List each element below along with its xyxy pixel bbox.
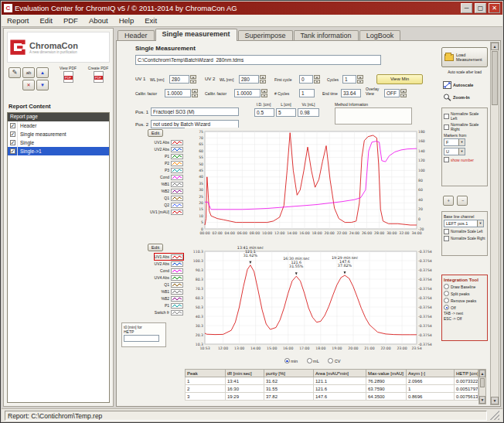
create-pdf-button[interactable]: Create PDF PDF — [84, 66, 112, 83]
close-button[interactable]: ✕ — [489, 3, 500, 13]
table-row[interactable]: 113:4131.62121.176.28902.09660.0073322 — [186, 377, 478, 385]
legend-item[interactable]: %B1 — [161, 288, 183, 295]
spinner-up-icon[interactable] — [261, 89, 267, 93]
calibr-factor-1-spinner[interactable] — [192, 89, 198, 97]
load-measurement-button[interactable]: Load Measurement — [441, 47, 488, 67]
report-list-item[interactable]: Single — [8, 138, 109, 147]
overlay-view-spinner[interactable] — [400, 89, 407, 97]
maximize-button[interactable]: ▢ — [475, 3, 486, 13]
legend-item[interactable]: Q2 — [164, 202, 183, 208]
integration-option[interactable]: Draw Baseline — [444, 284, 485, 289]
spinner-up-icon[interactable] — [314, 75, 320, 79]
spinner-down-icon[interactable] — [260, 80, 266, 84]
spinner-down-icon[interactable] — [400, 94, 407, 97]
spinner-down-icon[interactable] — [190, 80, 196, 84]
unit-radio-option[interactable]: CV — [328, 359, 340, 363]
legend-item[interactable]: UV1 [mAU] — [150, 209, 183, 215]
end-time-input[interactable] — [341, 89, 361, 97]
view-min-button[interactable]: View Min — [376, 74, 423, 84]
peaks-table-header-cell[interactable]: HETP [cm] — [455, 370, 478, 377]
menu-item[interactable]: PDF — [58, 15, 83, 26]
checkbox-icon[interactable] — [444, 125, 449, 130]
move-down-button[interactable]: ▼ — [36, 80, 49, 90]
peaks-table-header-cell[interactable]: tR [min:sec] — [226, 370, 264, 377]
uv1-wavelength-input[interactable] — [169, 75, 189, 84]
radio-icon[interactable] — [444, 298, 449, 303]
spinner-down-icon[interactable] — [192, 94, 198, 97]
legend-item[interactable]: %B2 — [161, 295, 183, 302]
normalize-right-row[interactable]: Normalize Scale Right — [444, 122, 485, 131]
rename-button[interactable]: ab — [22, 67, 35, 78]
checkbox-icon[interactable] — [444, 236, 449, 241]
tab[interactable]: Header — [117, 30, 155, 41]
item-checkbox[interactable] — [10, 123, 15, 128]
legend-item[interactable]: %B1 — [161, 181, 183, 187]
spinner-up-icon[interactable] — [260, 75, 266, 79]
menu-item[interactable]: Help — [114, 15, 140, 26]
hetp-t0-input[interactable] — [124, 335, 159, 342]
radio-icon[interactable] — [328, 358, 333, 363]
legend-item[interactable]: Q1 — [164, 281, 183, 288]
integration-option[interactable]: Remove peaks — [444, 298, 485, 303]
unit-radio-option[interactable]: min — [284, 359, 298, 363]
zoom-in-button[interactable]: Zoom-In — [443, 92, 488, 102]
legend-item[interactable]: Cond — [160, 174, 183, 180]
spinner-up-icon[interactable] — [190, 75, 196, 79]
content-scrollbar[interactable]: ▲ ▼ — [490, 42, 499, 405]
minimize-button[interactable]: ─ — [461, 3, 472, 13]
tab[interactable]: LogBook — [359, 30, 401, 41]
tab[interactable]: Single measurement — [155, 29, 237, 41]
report-list-item[interactable]: Single measurement — [8, 130, 109, 138]
edit-bottom-legend-button[interactable]: Edit — [148, 244, 163, 251]
integration-option[interactable]: Split peaks — [444, 291, 485, 296]
num-cycles-input[interactable] — [299, 89, 315, 97]
normalize-left-row[interactable]: Normalize Scale Left — [444, 111, 485, 121]
menu-item[interactable]: About — [83, 15, 114, 26]
uv2-wavelength-spinner[interactable] — [260, 75, 266, 84]
report-list-item[interactable]: Single->1 — [8, 147, 109, 155]
unit-radio-option[interactable]: mL — [307, 359, 319, 363]
legend-item[interactable]: P2 — [165, 160, 183, 166]
integration-chart[interactable]: 10:5312:0013:0014:0015:0016:0017:0018:00… — [185, 239, 440, 355]
integration-option[interactable]: Off — [444, 305, 485, 310]
legend-item[interactable]: UV2 Abs — [155, 261, 183, 267]
first-cycle-spinner[interactable] — [314, 75, 320, 84]
calibr-factor-2-input[interactable] — [234, 89, 261, 97]
menu-item[interactable]: Exit — [139, 15, 162, 26]
radio-icon[interactable] — [284, 358, 290, 363]
view-pdf-button[interactable]: View PDF PDF — [55, 66, 81, 83]
delete-item-button[interactable]: ✕ — [22, 80, 35, 90]
baseline-channel-combo[interactable]: LEFT pos.1▼ — [444, 220, 484, 227]
l-input[interactable] — [276, 108, 296, 117]
calibr-factor-1-input[interactable] — [165, 89, 191, 97]
edit-report-button[interactable]: ✎ — [9, 67, 21, 78]
resize-grip[interactable] — [490, 411, 499, 420]
spinner-up-icon[interactable] — [357, 75, 363, 79]
calibr-factor-2-spinner[interactable] — [261, 89, 267, 97]
legend-item[interactable]: %B2 — [161, 188, 183, 194]
menu-item[interactable]: Edit — [35, 15, 58, 26]
spinner-down-icon[interactable] — [314, 80, 320, 84]
item-checkbox[interactable] — [10, 140, 15, 145]
marker-channel-2-combo[interactable]: U▼ — [444, 148, 465, 155]
tab[interactable]: Superimpose — [238, 30, 293, 41]
scroll-down-icon[interactable]: ▼ — [479, 396, 485, 404]
legend-item[interactable]: Cond — [160, 268, 183, 274]
table-row[interactable]: 319:2937.82147.664.35000.86960.0075613 — [186, 393, 478, 401]
legend-item[interactable]: P3 — [165, 167, 183, 173]
legend-item[interactable]: UV1 Abs — [155, 139, 183, 145]
vc-input[interactable] — [298, 108, 319, 117]
checkbox-icon[interactable] — [444, 114, 449, 119]
item-checkbox[interactable] — [10, 148, 15, 154]
scrollbar-thumb[interactable] — [480, 378, 485, 387]
checkbox-icon[interactable] — [444, 229, 449, 234]
peaks-table-header-cell[interactable]: Peak — [186, 370, 226, 377]
uv2-wavelength-input[interactable] — [239, 75, 259, 84]
scroll-up-icon[interactable]: ▲ — [491, 43, 499, 50]
scroll-down-icon[interactable]: ▼ — [491, 397, 499, 404]
spinner-down-icon[interactable] — [261, 94, 267, 97]
peaks-table-header-cell[interactable]: Asym [-] — [407, 370, 455, 377]
menu-item[interactable]: Report — [2, 15, 35, 26]
edit-top-legend-button[interactable]: Edit — [148, 129, 163, 137]
spinner-down-icon[interactable] — [357, 80, 363, 84]
